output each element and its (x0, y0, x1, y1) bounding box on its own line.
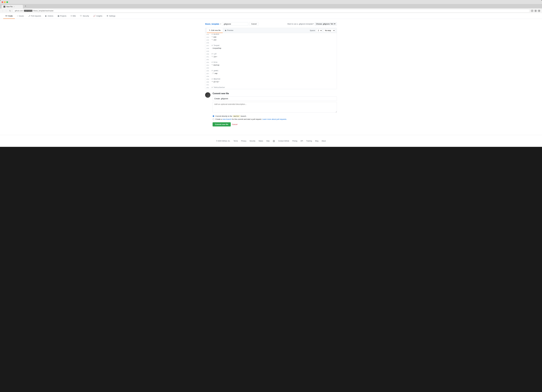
ext-btn-1[interactable]: ✓ (531, 10, 533, 12)
nav-item-wiki[interactable]: ≡ Wiki (69, 13, 78, 19)
nav-label-wiki: Wiki (73, 15, 76, 17)
footer-link-terms[interactable]: Terms (233, 140, 238, 142)
code-line: 261 (205, 83, 337, 86)
main-content: thesis_template / Cancel Want to use a .… (203, 19, 339, 130)
code-line: 248.texpadtmp (205, 47, 337, 50)
nav-item-issues[interactable]: ○ Issues (15, 13, 26, 19)
create-pr-label: Create a new branch for this commit and … (215, 118, 287, 120)
nav-label-code: Code (8, 15, 13, 17)
security-icon: 🛡 (80, 15, 82, 17)
reload-btn[interactable]: ↻ (8, 9, 12, 12)
footer-link-contact[interactable]: Contact GitHub (278, 140, 289, 142)
nav-item-pull-requests[interactable]: ⎇ Pull requests (26, 13, 43, 19)
commit-form: Commit new file Commit directly to the m… (213, 92, 337, 127)
wiki-icon: ≡ (71, 15, 72, 17)
code-editor-body[interactable]: 243# WinEdt 244*.bak 245*.sav 246 247# T… (205, 33, 337, 89)
repo-link[interactable]: thesis_template (205, 23, 219, 25)
file-name-input[interactable] (222, 22, 248, 26)
nav-label-settings: Settings (109, 15, 115, 17)
commit-section-title: Commit new file (213, 92, 337, 95)
commit-description-textarea[interactable] (213, 102, 337, 113)
editor-toolbar: Spaces 2 4 No wrap Soft wrap (310, 28, 335, 33)
code-line: 249 (205, 50, 337, 53)
minimize-window-btn[interactable] (4, 1, 5, 3)
cancel-commit-btn[interactable]: Cancel (232, 123, 237, 125)
commit-new-file-btn[interactable]: Commit new file (213, 122, 231, 127)
wrap-select[interactable]: No wrap Soft wrap (323, 29, 335, 32)
indent-select[interactable]: 2 4 (316, 29, 322, 32)
file-path-left: thesis_template / Cancel (205, 22, 259, 26)
footer-link-pricing[interactable]: Pricing (292, 140, 297, 142)
footer-link-status[interactable]: Status (259, 140, 263, 142)
preview-tab-label: Preview (227, 29, 233, 31)
close-window-btn[interactable] (2, 1, 3, 3)
active-browser-tab[interactable]: New File × (2, 5, 23, 8)
browser-window: New File × + ‹ › ↻ github.com/ [username… (0, 0, 542, 147)
nav-item-settings[interactable]: ⚙ Settings (104, 13, 118, 19)
nav-label-projects: Projects (60, 15, 66, 17)
commit-directly-option[interactable]: Commit directly to the master branch. (213, 115, 337, 117)
code-line: 244*.bak (205, 36, 337, 39)
path-separator: / (220, 23, 221, 25)
footer-link-blog[interactable]: Blog (315, 140, 318, 142)
commit-option-group: Commit directly to the master branch. Cr… (213, 115, 337, 120)
tab-close-btn[interactable]: × (14, 6, 15, 7)
issues-icon: ○ (17, 15, 18, 17)
branch-name-code: master (233, 115, 240, 117)
ext-btn-2[interactable]: ★ (534, 10, 537, 12)
code-line: 256# gummi (205, 69, 337, 72)
browser-extension-btns: ✓ ★ ⚙ (531, 10, 540, 12)
footer-link-api[interactable]: API (300, 140, 303, 142)
code-line: 255 (205, 67, 337, 69)
forward-btn[interactable]: › (5, 9, 7, 12)
gitignore-template-label: Want to use a .gitignore template? (287, 23, 314, 25)
cancel-file-btn[interactable]: Cancel (249, 22, 259, 26)
address-highlighted: [username] (24, 10, 33, 12)
ext-btn-3[interactable]: ⚙ (538, 10, 540, 12)
actions-icon: ▶ (45, 15, 47, 17)
file-path-bar: thesis_template / Cancel Want to use a .… (205, 22, 337, 26)
footer-link-security[interactable]: Security (249, 140, 255, 142)
nav-item-code[interactable]: <> Code (3, 13, 15, 19)
address-bar[interactable]: github.com/ [username] /thesis_template/… (13, 9, 530, 12)
footer-link-help[interactable]: Help (266, 140, 270, 142)
create-pr-option[interactable]: Create a new branch for this commit and … (213, 118, 337, 120)
commit-directly-radio[interactable] (213, 115, 214, 117)
nav-item-security[interactable]: 🛡 Security (78, 13, 91, 19)
footer-link-training[interactable]: Training (306, 140, 312, 142)
github-footer: © 2020 GitHub, Inc. Terms Privacy Securi… (0, 135, 542, 147)
commit-section: Commit new file Commit directly to the m… (205, 92, 337, 127)
footer-copyright: © 2020 GitHub, Inc. (216, 140, 230, 142)
footer-link-about[interactable]: About (322, 140, 326, 142)
code-line: 245*.sav (205, 39, 337, 42)
nav-item-actions[interactable]: ▶ Actions (43, 13, 55, 19)
nav-label-insights: Insights (96, 15, 102, 17)
address-suffix: /thesis_template/new/master (33, 10, 54, 12)
footer-link-privacy[interactable]: Privacy (241, 140, 246, 142)
code-line: 246 (205, 42, 337, 44)
code-line: 262# TeXnicCenter (205, 86, 337, 89)
commit-message-input[interactable] (213, 96, 337, 101)
gitignore-template-select-btn[interactable]: Choose .gitignore: TeX ▼ (315, 22, 337, 26)
new-tab-btn[interactable]: + (23, 4, 28, 8)
back-btn[interactable]: ‹ (2, 9, 4, 12)
code-line: 259# KBibTeX (205, 78, 337, 81)
code-line: 257.*.swp (205, 72, 337, 75)
browser-titlebar (0, 0, 542, 4)
nav-item-projects[interactable]: ▦ Projects (55, 13, 69, 19)
edit-icon: ✎ (209, 29, 211, 31)
learn-more-pr-link[interactable]: Learn more about pull requests. (262, 118, 287, 120)
code-line: 253# Kile (205, 61, 337, 64)
editor-tab-bar: ✎ Edit new file ◉ Preview Spaces 2 4 (205, 28, 337, 33)
nav-item-insights[interactable]: 📈 Insights (91, 13, 104, 19)
create-pr-radio[interactable] (213, 118, 214, 120)
maximize-window-btn[interactable] (6, 1, 8, 3)
new-branch-link[interactable]: new branch (222, 118, 231, 120)
tab-edit-file[interactable]: ✎ Edit new file (207, 28, 223, 33)
address-prefix: github.com/ (15, 10, 23, 12)
browser-tab-bar: New File × + (0, 4, 542, 8)
projects-icon: ▦ (58, 15, 59, 17)
code-line: 247# Texpad (205, 44, 337, 47)
tab-preview-file[interactable]: ◉ Preview (223, 28, 235, 33)
commit-directly-label: Commit directly to the master branch. (215, 115, 247, 117)
